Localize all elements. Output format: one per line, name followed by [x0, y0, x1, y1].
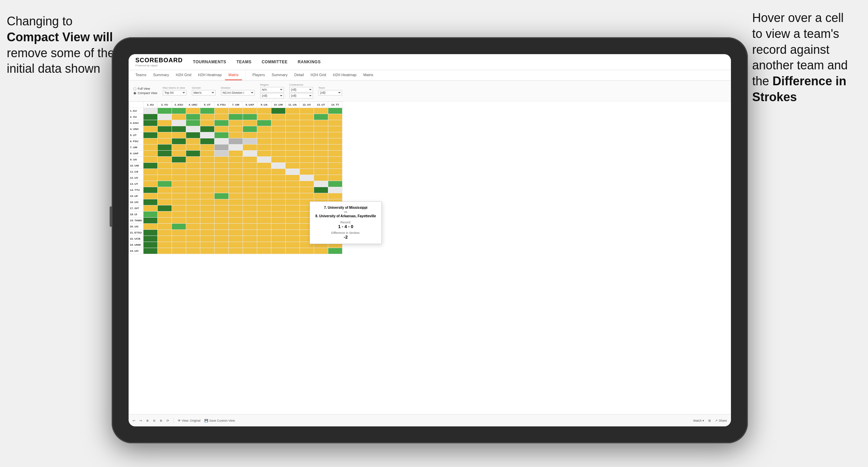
- matrix-cell[interactable]: [143, 157, 157, 163]
- matrix-cell[interactable]: [214, 175, 228, 181]
- matrix-cell[interactable]: [172, 114, 186, 120]
- matrix-cell[interactable]: [271, 138, 285, 144]
- matrix-cell[interactable]: [299, 144, 314, 151]
- matrix-cell[interactable]: [271, 199, 285, 205]
- matrix-cell[interactable]: [243, 199, 257, 205]
- matrix-cell[interactable]: [186, 236, 200, 242]
- tab-players[interactable]: Players: [249, 70, 268, 80]
- matrix-cell[interactable]: [200, 181, 214, 187]
- matrix-cell[interactable]: [143, 224, 157, 230]
- matrix-cell[interactable]: [314, 169, 328, 175]
- matrix-cell[interactable]: [271, 114, 285, 120]
- matrix-cell[interactable]: [214, 193, 228, 199]
- matrix-cell[interactable]: [172, 163, 186, 169]
- matrix-cell[interactable]: [143, 108, 157, 114]
- matrix-cell[interactable]: [243, 242, 257, 248]
- matrix-cell[interactable]: [257, 236, 271, 242]
- matrix-cell[interactable]: [328, 157, 342, 163]
- radio-compact-view[interactable]: Compact View: [133, 91, 157, 95]
- matrix-cell[interactable]: [314, 193, 328, 199]
- matrix-cell[interactable]: [299, 187, 314, 193]
- matrix-cell[interactable]: [299, 181, 314, 187]
- matrix-cell[interactable]: [143, 132, 157, 138]
- matrix-cell[interactable]: [228, 163, 243, 169]
- matrix-cell[interactable]: [243, 169, 257, 175]
- matrix-cell[interactable]: [299, 126, 314, 132]
- matrix-cell[interactable]: [285, 138, 299, 144]
- matrix-cell[interactable]: [243, 230, 257, 236]
- matrix-cell[interactable]: [285, 242, 299, 248]
- matrix-cell[interactable]: [157, 108, 172, 114]
- matrix-cell[interactable]: [243, 218, 257, 224]
- matrix-cell[interactable]: [243, 248, 257, 254]
- matrix-cell[interactable]: [200, 120, 214, 126]
- matrix-cell[interactable]: [157, 157, 172, 163]
- matrix-cell[interactable]: [157, 163, 172, 169]
- matrix-cell[interactable]: [243, 120, 257, 126]
- matrix-cell[interactable]: [257, 157, 271, 163]
- matrix-cell[interactable]: [314, 144, 328, 151]
- tab-h2h-heatmap1[interactable]: H2H Heatmap: [195, 70, 225, 80]
- matrix-cell[interactable]: [214, 126, 228, 132]
- tab-summary1[interactable]: Summary: [150, 70, 172, 80]
- matrix-cell[interactable]: [228, 212, 243, 218]
- matrix-cell[interactable]: [271, 187, 285, 193]
- matrix-cell[interactable]: [228, 199, 243, 205]
- matrix-cell[interactable]: [285, 169, 299, 175]
- matrix-cell[interactable]: [271, 151, 285, 157]
- matrix-cell[interactable]: [157, 242, 172, 248]
- matrix-cell[interactable]: [285, 230, 299, 236]
- tool4-btn[interactable]: ⟳: [166, 419, 169, 422]
- matrix-cell[interactable]: [285, 199, 299, 205]
- matrix-cell[interactable]: [328, 132, 342, 138]
- matrix-cell[interactable]: [257, 138, 271, 144]
- matrix-cell[interactable]: [172, 187, 186, 193]
- matrix-cell[interactable]: [200, 114, 214, 120]
- matrix-cell[interactable]: [172, 193, 186, 199]
- matrix-cell[interactable]: [228, 108, 243, 114]
- matrix-cell[interactable]: [328, 169, 342, 175]
- matrix-cell[interactable]: [314, 138, 328, 144]
- matrix-cell[interactable]: [328, 181, 342, 187]
- matrix-cell[interactable]: [257, 205, 271, 212]
- matrix-cell[interactable]: [243, 187, 257, 193]
- matrix-cell[interactable]: [143, 248, 157, 254]
- matrix-cell[interactable]: [172, 248, 186, 254]
- matrix-cell[interactable]: [228, 132, 243, 138]
- matrix-cell[interactable]: [271, 236, 285, 242]
- matrix-cell[interactable]: [328, 175, 342, 181]
- matrix-cell[interactable]: [228, 151, 243, 157]
- matrix-cell[interactable]: [271, 144, 285, 151]
- matrix-cell[interactable]: [143, 205, 157, 212]
- matrix-cell[interactable]: [200, 230, 214, 236]
- matrix-cell[interactable]: [200, 108, 214, 114]
- matrix-cell[interactable]: [157, 193, 172, 199]
- matrix-cell[interactable]: [271, 126, 285, 132]
- matrix-cell[interactable]: [200, 187, 214, 193]
- matrix-cell[interactable]: [200, 132, 214, 138]
- matrix-cell[interactable]: [214, 169, 228, 175]
- matrix-cell[interactable]: [314, 181, 328, 187]
- matrix-cell[interactable]: [228, 126, 243, 132]
- matrix-cell[interactable]: [214, 248, 228, 254]
- matrix-cell[interactable]: [328, 126, 342, 132]
- matrix-cell[interactable]: [143, 175, 157, 181]
- matrix-cell[interactable]: [271, 181, 285, 187]
- matrix-cell[interactable]: [143, 242, 157, 248]
- matrix-cell[interactable]: [143, 212, 157, 218]
- matrix-cell[interactable]: [143, 181, 157, 187]
- matrix-cell[interactable]: [285, 132, 299, 138]
- matrix-cell[interactable]: [228, 175, 243, 181]
- matrix-cell[interactable]: [271, 224, 285, 230]
- matrix-cell[interactable]: [285, 108, 299, 114]
- redo-btn[interactable]: ↪: [139, 419, 142, 422]
- matrix-cell[interactable]: [172, 132, 186, 138]
- tab-summary2[interactable]: Summary: [268, 70, 291, 80]
- matrix-cell[interactable]: [214, 108, 228, 114]
- matrix-cell[interactable]: [257, 218, 271, 224]
- matrix-cell[interactable]: [243, 144, 257, 151]
- matrix-cell[interactable]: [328, 144, 342, 151]
- matrix-cell[interactable]: [186, 242, 200, 248]
- matrix-cell[interactable]: [214, 205, 228, 212]
- matrix-cell[interactable]: [271, 248, 285, 254]
